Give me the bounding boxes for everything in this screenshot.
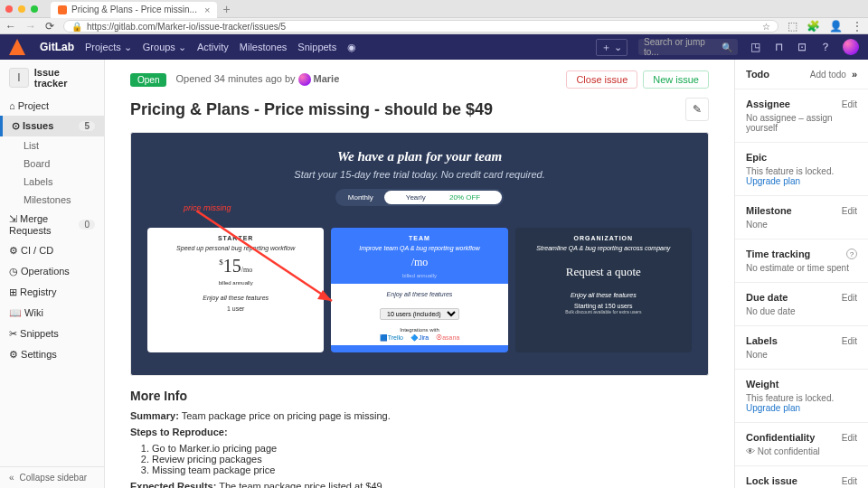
nav-todos-icon[interactable]: ⊡: [796, 41, 808, 53]
browser-tab[interactable]: Pricing & Plans - Price missin... ×: [51, 2, 217, 18]
hero-subtext: Start your 15-day free trial today. No c…: [131, 169, 708, 180]
edit-link[interactable]: Edit: [842, 476, 857, 486]
sidebar-sub-list[interactable]: List: [0, 136, 104, 155]
step-item: Missing team package price: [152, 465, 709, 475]
milestone-section: MilestoneEditNone: [735, 196, 868, 239]
url-text: https://gitlab.com/Marker-io/issue-track…: [87, 22, 286, 32]
issue-opened-meta: Opened 34 minutes ago byMarie: [175, 73, 339, 86]
sidebar-sub-labels[interactable]: Labels: [0, 173, 104, 191]
project-avatar: I: [9, 68, 29, 88]
step-item: Go to Marker.io pricing page: [152, 443, 709, 454]
plan-organization: ORGANIZATION Streamline QA & bug reporti…: [515, 228, 692, 352]
issue-description: More Info Summary: Team package price on…: [130, 389, 709, 488]
tab-close-icon[interactable]: ×: [204, 5, 210, 15]
edit-issue-button[interactable]: ✎: [685, 98, 709, 121]
nav-snippets[interactable]: Snippets: [297, 42, 336, 52]
collapse-icon: «: [9, 473, 14, 483]
sidebar-item-operations[interactable]: ◷ Operations: [0, 261, 104, 282]
gitlab-top-nav: GitLab Projects ⌄ Groups ⌄ Activity Mile…: [0, 34, 868, 60]
sidebar-sub-board[interactable]: Board: [0, 155, 104, 173]
upgrade-link[interactable]: Upgrade plan: [746, 403, 800, 413]
weight-section: WeightThis feature is locked. Upgrade pl…: [735, 370, 868, 423]
nav-groups[interactable]: Groups ⌄: [143, 42, 186, 53]
due-date-section: Due dateEditNo due date: [735, 283, 868, 326]
sidebar-item-project[interactable]: ⌂ Project: [0, 96, 104, 116]
more-info-heading: More Info: [130, 389, 709, 403]
issue-status-badge: Open: [130, 73, 166, 87]
star-icon[interactable]: ☆: [762, 22, 770, 32]
add-todo-button[interactable]: Add todo: [810, 70, 846, 80]
issue-attachment-image: We have a plan for your team Start your …: [130, 132, 709, 376]
new-issue-button[interactable]: New issue: [643, 70, 709, 89]
annotation-label: price missing: [184, 203, 231, 212]
help-icon[interactable]: ?: [846, 249, 857, 259]
sidebar-item-cicd[interactable]: ⚙ CI / CD: [0, 240, 104, 261]
chrome-avatar-icon[interactable]: 👤: [829, 20, 843, 33]
sidebar-sub-milestones[interactable]: Milestones: [0, 191, 104, 209]
nav-issues-icon[interactable]: ◳: [749, 41, 761, 53]
back-icon[interactable]: ←: [5, 20, 16, 33]
sidebar-item-issues[interactable]: ⊙ Issues5: [0, 116, 104, 136]
upgrade-link[interactable]: Upgrade plan: [746, 176, 800, 186]
nav-activity[interactable]: Activity: [197, 42, 229, 52]
lock-icon: 🔒: [71, 22, 82, 32]
users-select: 10 users (included): [380, 308, 459, 320]
sidebar-item-wiki[interactable]: 📖 Wiki: [0, 303, 104, 324]
nav-mr-icon[interactable]: ⊓: [772, 41, 785, 53]
url-bar[interactable]: 🔒 https://gitlab.com/Marker-io/issue-tra…: [63, 20, 778, 33]
collapse-right-icon[interactable]: »: [852, 69, 857, 80]
chrome-icon[interactable]: 🧩: [807, 20, 820, 33]
reload-icon[interactable]: ⟳: [45, 20, 54, 33]
sidebar-item-snippets[interactable]: ✂ Snippets: [0, 324, 104, 344]
edit-link[interactable]: Edit: [842, 99, 857, 109]
forward-icon[interactable]: →: [25, 20, 36, 33]
nav-help-icon[interactable]: ？: [819, 40, 832, 55]
edit-link[interactable]: Edit: [842, 433, 857, 443]
gitlab-logo-icon[interactable]: [9, 39, 25, 55]
labels-section: LabelsEditNone: [735, 326, 868, 370]
issue-title: Pricing & Plans - Price missing - should…: [130, 100, 685, 119]
close-issue-button[interactable]: Close issue: [566, 70, 637, 89]
edit-link[interactable]: Edit: [842, 206, 857, 216]
collapse-sidebar-button[interactable]: «Collapse sidebar: [0, 466, 104, 488]
todo-section: TodoAdd todo»: [735, 60, 868, 89]
author-avatar-icon: [298, 73, 311, 86]
sidebar-item-settings[interactable]: ⚙ Settings: [0, 344, 104, 365]
nav-plus[interactable]: ＋ ⌄: [596, 39, 627, 56]
global-search[interactable]: Search or jump to...🔍: [638, 39, 738, 55]
plan-team: TEAM Improve team QA & bug reporting wor…: [331, 228, 507, 352]
assignee-section: AssigneeEditNo assignee – assign yoursel…: [735, 89, 868, 143]
right-sidebar: TodoAdd todo» AssigneeEditNo assignee – …: [734, 60, 868, 488]
sidebar-item-registry[interactable]: ⊞ Registry: [0, 282, 104, 303]
nav-telescope-icon[interactable]: ◉: [347, 42, 356, 53]
step-item: Review pricing packages: [152, 454, 709, 465]
left-sidebar: I Issue tracker ⌂ Project ⊙ Issues5 List…: [0, 60, 105, 488]
new-tab-button[interactable]: +: [222, 2, 230, 16]
eye-icon: 👁: [746, 446, 755, 456]
mr-count-badge: 0: [79, 220, 95, 230]
chrome-icon[interactable]: ⬚: [788, 20, 797, 33]
billing-toggle: Monthly Yearly 20% OFF: [335, 189, 504, 206]
gitlab-brand: GitLab: [40, 41, 74, 53]
browser-chrome: Pricing & Plans - Price missin... × + ← …: [0, 0, 868, 34]
traffic-lights[interactable]: [5, 5, 38, 13]
nav-user-avatar[interactable]: [843, 39, 859, 55]
sidebar-item-merge-requests[interactable]: ⇲ Merge Requests0: [0, 209, 104, 240]
epic-section: EpicThis feature is locked. Upgrade plan: [735, 143, 868, 196]
issue-main-content: Open Opened 34 minutes ago byMarie Close…: [105, 60, 734, 488]
edit-link[interactable]: Edit: [842, 336, 857, 346]
favicon: [58, 5, 67, 14]
hero-heading: We have a plan for your team: [131, 149, 708, 164]
project-title: Issue tracker: [34, 67, 95, 89]
edit-link[interactable]: Edit: [842, 293, 857, 303]
lock-issue-section: Lock issueEdit🔓 Unlocked: [735, 466, 868, 488]
tab-title: Pricing & Plans - Price missin...: [71, 5, 197, 14]
nav-milestones[interactable]: Milestones: [240, 42, 288, 52]
search-icon: 🔍: [722, 42, 732, 52]
nav-projects[interactable]: Projects ⌄: [85, 42, 132, 53]
time-tracking-section: Time tracking?No estimate or time spent: [735, 239, 868, 283]
chrome-menu-icon[interactable]: ⋮: [852, 20, 863, 33]
issues-count-badge: 5: [79, 121, 95, 131]
confidentiality-section: ConfidentialityEdit👁 Not confidential: [735, 423, 868, 466]
plan-starter: STARTER Speed up personal bug reporting …: [147, 228, 324, 352]
